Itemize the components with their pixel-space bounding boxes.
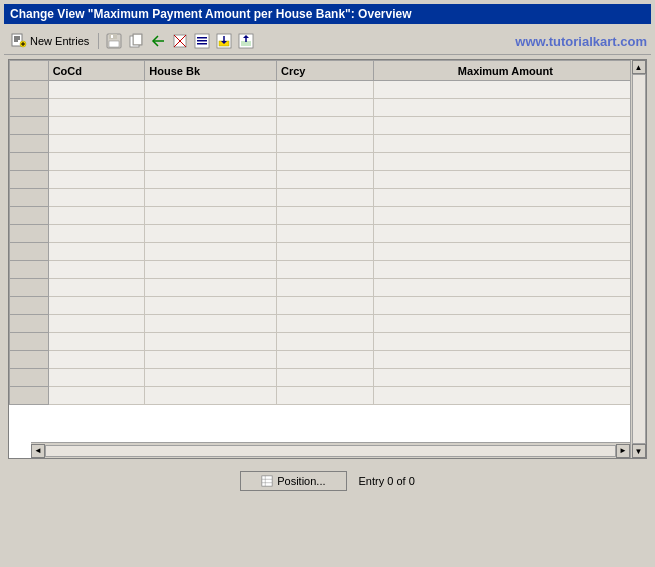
housebank-cell[interactable] bbox=[145, 369, 277, 387]
table-row[interactable] bbox=[10, 153, 646, 171]
maxamount-cell[interactable] bbox=[373, 171, 645, 189]
table-row[interactable] bbox=[10, 81, 646, 99]
scroll-right-button[interactable]: ► bbox=[616, 444, 630, 458]
crcy-cell[interactable] bbox=[277, 297, 374, 315]
cocd-cell[interactable] bbox=[48, 333, 145, 351]
maxamount-cell[interactable] bbox=[373, 189, 645, 207]
maxamount-cell[interactable] bbox=[373, 243, 645, 261]
select-all-button[interactable] bbox=[193, 32, 211, 50]
scroll-track-vertical[interactable] bbox=[632, 74, 646, 444]
back-button[interactable] bbox=[149, 32, 167, 50]
row-select-cell[interactable] bbox=[10, 171, 49, 189]
crcy-cell[interactable] bbox=[277, 225, 374, 243]
housebank-cell[interactable] bbox=[145, 189, 277, 207]
scroll-down-button[interactable]: ▼ bbox=[632, 444, 646, 458]
row-select-cell[interactable] bbox=[10, 81, 49, 99]
maxamount-cell[interactable] bbox=[373, 279, 645, 297]
maxamount-cell[interactable] bbox=[373, 117, 645, 135]
table-row[interactable] bbox=[10, 387, 646, 405]
crcy-cell[interactable] bbox=[277, 243, 374, 261]
maxamount-cell[interactable] bbox=[373, 333, 645, 351]
cocd-cell[interactable] bbox=[48, 153, 145, 171]
table-row[interactable] bbox=[10, 171, 646, 189]
copy-table-button[interactable] bbox=[127, 32, 145, 50]
cocd-cell[interactable] bbox=[48, 351, 145, 369]
crcy-cell[interactable] bbox=[277, 135, 374, 153]
housebank-cell[interactable] bbox=[145, 153, 277, 171]
cocd-cell[interactable] bbox=[48, 225, 145, 243]
maxamount-cell[interactable] bbox=[373, 297, 645, 315]
housebank-cell[interactable] bbox=[145, 297, 277, 315]
cocd-cell[interactable] bbox=[48, 189, 145, 207]
row-select-cell[interactable] bbox=[10, 351, 49, 369]
vertical-scrollbar[interactable]: ▲ ▼ bbox=[630, 60, 646, 458]
table-row[interactable] bbox=[10, 135, 646, 153]
maxamount-cell[interactable] bbox=[373, 225, 645, 243]
cocd-cell[interactable] bbox=[48, 135, 145, 153]
row-select-cell[interactable] bbox=[10, 225, 49, 243]
header-housebank[interactable]: House Bk bbox=[145, 61, 277, 81]
cocd-cell[interactable] bbox=[48, 99, 145, 117]
table-row[interactable] bbox=[10, 99, 646, 117]
scroll-left-button[interactable]: ◄ bbox=[31, 444, 45, 458]
crcy-cell[interactable] bbox=[277, 369, 374, 387]
row-select-cell[interactable] bbox=[10, 297, 49, 315]
row-select-cell[interactable] bbox=[10, 189, 49, 207]
housebank-cell[interactable] bbox=[145, 135, 277, 153]
download-button[interactable] bbox=[215, 32, 233, 50]
row-select-cell[interactable] bbox=[10, 369, 49, 387]
row-select-cell[interactable] bbox=[10, 243, 49, 261]
table-row[interactable] bbox=[10, 207, 646, 225]
housebank-cell[interactable] bbox=[145, 261, 277, 279]
housebank-cell[interactable] bbox=[145, 207, 277, 225]
crcy-cell[interactable] bbox=[277, 261, 374, 279]
table-row[interactable] bbox=[10, 243, 646, 261]
housebank-cell[interactable] bbox=[145, 117, 277, 135]
table-row[interactable] bbox=[10, 117, 646, 135]
housebank-cell[interactable] bbox=[145, 315, 277, 333]
cocd-cell[interactable] bbox=[48, 207, 145, 225]
row-select-cell[interactable] bbox=[10, 207, 49, 225]
header-maxamount[interactable]: Maximum Amount ⊞ bbox=[373, 61, 645, 81]
save-button[interactable] bbox=[105, 32, 123, 50]
crcy-cell[interactable] bbox=[277, 171, 374, 189]
crcy-cell[interactable] bbox=[277, 387, 374, 405]
table-row[interactable] bbox=[10, 333, 646, 351]
cocd-cell[interactable] bbox=[48, 117, 145, 135]
table-row[interactable] bbox=[10, 225, 646, 243]
crcy-cell[interactable] bbox=[277, 279, 374, 297]
housebank-cell[interactable] bbox=[145, 387, 277, 405]
crcy-cell[interactable] bbox=[277, 189, 374, 207]
horizontal-scrollbar[interactable]: ◄ ► bbox=[31, 442, 630, 458]
position-button[interactable]: Position... bbox=[240, 471, 346, 491]
crcy-cell[interactable] bbox=[277, 315, 374, 333]
row-select-cell[interactable] bbox=[10, 153, 49, 171]
refresh-button[interactable] bbox=[171, 32, 189, 50]
maxamount-cell[interactable] bbox=[373, 261, 645, 279]
table-row[interactable] bbox=[10, 351, 646, 369]
crcy-cell[interactable] bbox=[277, 351, 374, 369]
table-row[interactable] bbox=[10, 315, 646, 333]
housebank-cell[interactable] bbox=[145, 81, 277, 99]
maxamount-cell[interactable] bbox=[373, 135, 645, 153]
cocd-cell[interactable] bbox=[48, 171, 145, 189]
scroll-up-button[interactable]: ▲ bbox=[632, 60, 646, 74]
housebank-cell[interactable] bbox=[145, 99, 277, 117]
maxamount-cell[interactable] bbox=[373, 153, 645, 171]
maxamount-cell[interactable] bbox=[373, 315, 645, 333]
row-select-cell[interactable] bbox=[10, 333, 49, 351]
export-button[interactable] bbox=[237, 32, 255, 50]
row-select-cell[interactable] bbox=[10, 261, 49, 279]
row-select-cell[interactable] bbox=[10, 117, 49, 135]
cocd-cell[interactable] bbox=[48, 315, 145, 333]
table-row[interactable] bbox=[10, 279, 646, 297]
header-crcy[interactable]: Crcy bbox=[277, 61, 374, 81]
row-select-cell[interactable] bbox=[10, 99, 49, 117]
cocd-cell[interactable] bbox=[48, 243, 145, 261]
row-select-cell[interactable] bbox=[10, 387, 49, 405]
maxamount-cell[interactable] bbox=[373, 81, 645, 99]
crcy-cell[interactable] bbox=[277, 99, 374, 117]
table-row[interactable] bbox=[10, 369, 646, 387]
crcy-cell[interactable] bbox=[277, 207, 374, 225]
maxamount-cell[interactable] bbox=[373, 207, 645, 225]
